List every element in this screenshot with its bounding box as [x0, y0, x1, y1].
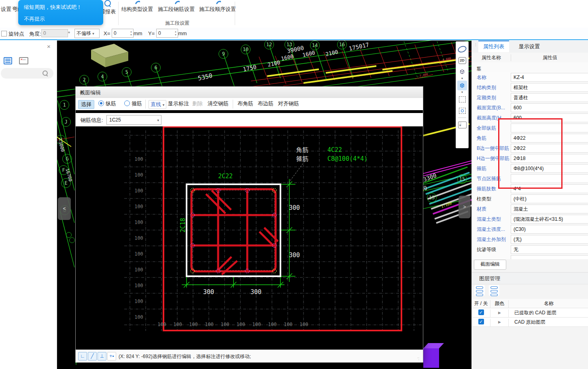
- ruler-label: 100: [205, 322, 214, 327]
- resize-grip-icon[interactable]: ∙∙ ∙: [417, 357, 421, 361]
- diagonal-snap-icon[interactable]: ╱: [88, 352, 97, 360]
- layer-name: 已提取的 CAD 图层: [508, 309, 587, 317]
- property-row: 名称KZ-4: [472, 72, 588, 82]
- perpendicular-snap-icon[interactable]: ⊥: [98, 352, 106, 360]
- layer-select-button[interactable]: [489, 285, 499, 296]
- layer-row: ✓▶已提取的 CAD 图层: [472, 308, 588, 318]
- property-section-row[interactable]: ▾ 基础属性: [472, 62, 588, 73]
- property-value-cell[interactable]: [511, 174, 588, 183]
- property-value-cell[interactable]: (现浇混凝土碎石<31.5): [511, 215, 588, 224]
- tab-property-list[interactable]: 属性列表: [478, 41, 509, 52]
- structure-type-settings-button[interactable]: 结构类型设置: [121, 6, 153, 13]
- property-value-cell[interactable]: (中柱): [511, 194, 588, 203]
- close-icon[interactable]: ✕: [80, 89, 419, 95]
- ribbon-button-partial-1[interactable]: 设置: [1, 6, 11, 13]
- section-canvas[interactable]: 2C22 2C18 角筋 箍筋 4C22 C8@100(4*4) 300 300…: [76, 110, 423, 350]
- stirrup-radio[interactable]: 箍筋: [124, 100, 142, 107]
- section-edit-button[interactable]: 截面编辑: [474, 260, 506, 270]
- tab-display-settings[interactable]: 显示设置: [514, 41, 545, 52]
- report-magnifier-icon: [104, 0, 111, 6]
- column-name: 名称: [508, 300, 588, 308]
- property-label: 材质: [477, 206, 486, 213]
- 2d-view-button[interactable]: 2D: [457, 55, 467, 65]
- dialog-titlebar[interactable]: 截面编辑 ✕: [76, 87, 423, 98]
- spinner-down-icon[interactable]: ▼: [174, 34, 177, 36]
- ruler-label: 100: [134, 188, 143, 194]
- rotate-point-checkbox[interactable]: [1, 31, 7, 36]
- ruler-label: 100: [221, 322, 229, 327]
- x-input[interactable]: 0 ▲ ▼: [112, 29, 134, 38]
- axis-bubble: 15: [457, 174, 467, 184]
- spinner-up-icon[interactable]: ▲: [174, 31, 177, 33]
- dialog-statusbar: ∟ ╱ ⊥ +▪ (X: 824 Y: -692)选择钢筋进行编辑，选择标注进行…: [76, 350, 423, 363]
- document-lines-icon: [4, 57, 12, 64]
- orbit-view-button[interactable]: [457, 44, 467, 54]
- collapse-right-handle[interactable]: >: [459, 196, 471, 218]
- delete-button: 删除: [192, 100, 203, 107]
- chevron-down-icon[interactable]: ▼: [461, 77, 464, 80]
- rebar-info-select[interactable]: 1C25 ▾: [106, 115, 161, 125]
- layer-checkbox[interactable]: ✓: [478, 309, 484, 315]
- axes-snap-icon[interactable]: ∟: [78, 352, 87, 360]
- radio-off-icon: [124, 100, 130, 106]
- property-value-cell[interactable]: (无): [511, 235, 588, 244]
- place-corner-bar-button[interactable]: 布角筋: [238, 100, 253, 107]
- y-input[interactable]: 0 ▲ ▼: [156, 29, 178, 38]
- properties-panel: ⋮⋮ 属性列表 显示设置 属性名称 属性值 ▾ 基础属性 名称KZ-4结构类别框…: [471, 41, 588, 369]
- color-expand-icon[interactable]: ▶: [498, 320, 501, 324]
- select-tool-button[interactable]: 选择: [78, 100, 94, 109]
- display-settings-button[interactable]: ——◉: [457, 120, 467, 130]
- property-value-cell[interactable]: 无: [511, 245, 588, 254]
- info-stirrup-label: C8@100(4*4): [327, 155, 367, 162]
- property-value-cell[interactable]: Φ8@100(4*4): [511, 164, 588, 173]
- property-value-cell[interactable]: 2Φ18: [511, 154, 588, 163]
- property-value-cell[interactable]: [511, 124, 588, 132]
- list-view-button[interactable]: [2, 55, 14, 66]
- spinner-up-icon[interactable]: ▲: [130, 31, 132, 33]
- 3d-outline-view-button[interactable]: [457, 67, 467, 77]
- property-value-cell[interactable]: 4Φ22: [511, 134, 588, 143]
- drag-handle-icon[interactable]: ⋮⋮: [474, 44, 477, 49]
- info-rebar-label: 4C22: [327, 146, 342, 154]
- search-input[interactable]: [1, 68, 53, 79]
- line-tool-button[interactable]: 直线 ▾: [149, 100, 166, 109]
- clear-rebar-button[interactable]: 清空钢筋: [208, 100, 229, 107]
- checklist-view-button[interactable]: ×—: [17, 55, 29, 66]
- property-value-cell[interactable]: 2Φ22: [511, 144, 588, 153]
- offset-select[interactable]: 不偏移 ▾: [74, 29, 100, 38]
- property-value-cell[interactable]: 600: [511, 113, 588, 122]
- property-value-cell[interactable]: [511, 255, 588, 259]
- property-value-cell[interactable]: KZ-4: [511, 73, 588, 82]
- property-value-cell[interactable]: 普通柱: [511, 93, 588, 102]
- property-value-cell[interactable]: 框架柱: [511, 83, 588, 92]
- align-rebar-button[interactable]: 对齐钢筋: [278, 100, 299, 107]
- property-label: 混凝土外加剂: [477, 236, 506, 243]
- chevron-down-icon[interactable]: ▼: [461, 91, 464, 94]
- box-select-button[interactable]: [457, 94, 467, 104]
- ruler-label: 100: [252, 322, 261, 327]
- segment-rebar-settings-button[interactable]: 施工段钢筋设置: [158, 6, 195, 13]
- layer-visibility-button[interactable]: [474, 285, 485, 296]
- property-value-cell[interactable]: 600: [511, 103, 588, 112]
- layer-checkbox[interactable]: ✓: [478, 319, 484, 324]
- tooltip-dismiss-button[interactable]: 不再提示: [24, 15, 45, 23]
- 3d-solid-view-button[interactable]: [457, 81, 467, 90]
- angle-input[interactable]: 0: [41, 29, 68, 37]
- spinner-down-icon[interactable]: ▼: [130, 34, 132, 36]
- segment-order-settings-button[interactable]: 施工段顺序设置: [199, 6, 236, 13]
- property-value-cell[interactable]: 4*4: [511, 184, 588, 193]
- crosshair-icon[interactable]: +▪: [107, 352, 116, 360]
- close-icon[interactable]: ×: [47, 43, 51, 50]
- ruler-label: 100: [134, 314, 143, 320]
- collapse-left-handle[interactable]: <: [58, 197, 71, 220]
- property-value-cell[interactable]: (C30): [511, 225, 588, 234]
- layers-check-icon: [490, 286, 498, 289]
- place-edge-bar-button[interactable]: 布边筋: [258, 100, 274, 107]
- longitudinal-radio[interactable]: 纵筋: [98, 100, 116, 107]
- layer-row: ✓▶CAD 原始图层: [472, 318, 588, 327]
- local-3d-button[interactable]: [457, 106, 467, 115]
- show-annotation-button[interactable]: 显示标注: [168, 100, 189, 107]
- property-value-cell[interactable]: 混凝土: [511, 205, 588, 213]
- axis-bubble: 9: [219, 49, 228, 59]
- color-expand-icon[interactable]: ▶: [498, 311, 501, 315]
